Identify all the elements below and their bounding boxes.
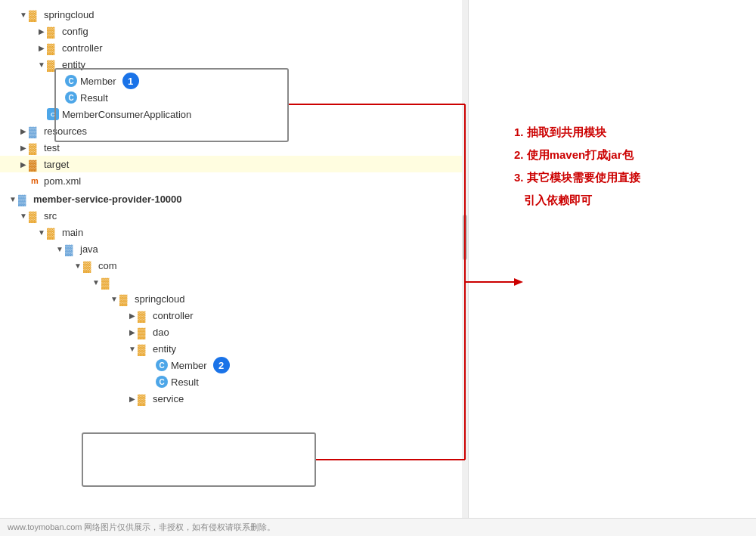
arrow: ▼ xyxy=(54,245,65,253)
tree-item-test[interactable]: ▶ test xyxy=(0,139,468,156)
tree-item-config[interactable]: ▶ config xyxy=(0,23,468,39)
label: MemberConsumerApplication xyxy=(62,109,191,120)
xml-icon: m xyxy=(29,175,41,187)
class-icon: C xyxy=(65,75,77,87)
arrow: ▼ xyxy=(36,60,47,69)
tree-item-result1[interactable]: C Result xyxy=(0,89,468,106)
folder-icon xyxy=(101,277,113,287)
tree-item-src[interactable]: ▼ src xyxy=(0,207,468,224)
arrow: ▼ xyxy=(8,195,18,203)
class-icon: C xyxy=(156,359,168,371)
tree-item-pomxml[interactable]: m pom.xml xyxy=(0,172,468,189)
folder-icon xyxy=(29,159,41,169)
arrow: ▶ xyxy=(18,144,29,152)
label: springcloud xyxy=(44,9,94,20)
tree-item-member2[interactable]: C Member 2 xyxy=(0,357,468,373)
label: java xyxy=(80,243,98,255)
right-panel: 1. 抽取到共用模块 2. 使用maven打成jar包 3. 其它模块需要使用直… xyxy=(469,0,756,536)
class-icon: C xyxy=(156,376,168,388)
arrow: ▶ xyxy=(127,328,138,336)
badge-1: 1 xyxy=(122,73,139,89)
annotation-line-2: 2. 使用maven打成jar包 xyxy=(514,144,640,166)
folder-icon xyxy=(138,393,150,404)
label: Result xyxy=(171,376,199,388)
label: Result xyxy=(80,92,108,104)
folder-icon xyxy=(29,142,41,153)
label: test xyxy=(44,142,60,153)
label: Member xyxy=(171,360,207,371)
arrow: ▶ xyxy=(127,395,138,403)
class-icon: C xyxy=(65,91,77,104)
folder-icon xyxy=(47,59,59,70)
tree-item-java[interactable]: ▼ java xyxy=(0,240,468,257)
label: service xyxy=(153,393,184,404)
arrow: ▶ xyxy=(18,160,29,169)
watermark-text: www.toymoban.com 网络图片仅供展示，非授权，如有侵权请联系删除。 xyxy=(8,522,275,533)
folder-icon xyxy=(29,125,41,136)
label: entity xyxy=(153,343,176,355)
tree-item-controller2[interactable]: ▶ controller xyxy=(0,307,468,324)
tree-item-resources[interactable]: ▶ resources xyxy=(0,122,468,139)
folder-icon xyxy=(47,42,59,53)
arrow: ▼ xyxy=(73,262,83,270)
app-icon: C xyxy=(47,108,59,120)
arrow: ▶ xyxy=(36,44,47,52)
tree-item-springcloud1[interactable]: ▼ springcloud xyxy=(0,6,468,23)
tree-item-member1[interactable]: C Member 1 xyxy=(0,73,468,89)
label: Member xyxy=(80,76,116,87)
annotation-box: 1. 抽取到共用模块 2. 使用maven打成jar包 3. 其它模块需要使用直… xyxy=(514,121,640,212)
highlight-box-2 xyxy=(82,432,316,487)
label: dao xyxy=(153,327,169,338)
label: main xyxy=(62,227,83,238)
label: member-service-provider-10000 xyxy=(33,194,182,205)
tree-item-entity1[interactable]: ▼ entity xyxy=(0,56,468,73)
label: controller xyxy=(153,310,193,321)
folder-icon xyxy=(65,243,77,254)
label: src xyxy=(44,210,57,222)
arrow: ▶ xyxy=(18,127,29,135)
folder-icon xyxy=(29,210,41,221)
arrow: ▶ xyxy=(36,27,47,36)
tree-item-blank[interactable]: ▼ xyxy=(0,274,468,290)
arrow: ▼ xyxy=(109,295,119,303)
main-container: ▼ springcloud ▶ config ▶ controller xyxy=(0,0,756,536)
folder-icon xyxy=(47,227,59,237)
scrollbar[interactable] xyxy=(462,0,468,536)
annotation-line-1: 1. 抽取到共用模块 xyxy=(514,121,640,144)
annotation-line-3: 3. 其它模块需要使用直接 xyxy=(514,166,640,189)
left-panel: ▼ springcloud ▶ config ▶ controller xyxy=(0,0,469,536)
arrow: ▼ xyxy=(127,345,138,353)
label: springcloud xyxy=(135,293,185,305)
tree-item-target[interactable]: ▶ target xyxy=(0,156,468,172)
arrow: ▼ xyxy=(36,228,47,237)
tree-item-member-consumer-app[interactable]: C MemberConsumerApplication xyxy=(0,106,468,122)
tree-item-service[interactable]: ▶ service xyxy=(0,390,468,407)
tree-item-member-service-provider[interactable]: ▼ ▓ member-service-provider-10000 xyxy=(0,191,468,207)
label: entity xyxy=(62,59,85,70)
label: target xyxy=(44,159,69,170)
tree-item-dao[interactable]: ▶ dao xyxy=(0,324,468,340)
badge-2: 2 xyxy=(213,357,230,373)
label: com xyxy=(98,260,117,271)
arrow: ▼ xyxy=(18,212,29,220)
arrow: ▶ xyxy=(127,311,138,320)
module-icon: ▓ xyxy=(18,194,30,204)
folder-icon xyxy=(119,293,132,304)
folder-icon xyxy=(138,343,150,354)
label: resources xyxy=(44,125,87,137)
tree-item-result2[interactable]: C Result xyxy=(0,373,468,390)
tree-item-main[interactable]: ▼ main xyxy=(0,224,468,240)
arrow: ▼ xyxy=(18,11,29,19)
tree-item-springcloud2[interactable]: ▼ springcloud xyxy=(0,290,468,307)
annotation-line-4: 引入依赖即可 xyxy=(514,189,640,212)
folder-icon xyxy=(138,310,150,321)
tree-item-entity2[interactable]: ▼ entity xyxy=(0,340,468,357)
tree-item-com[interactable]: ▼ com xyxy=(0,257,468,274)
arrow: ▼ xyxy=(91,278,101,287)
watermark: www.toymoban.com 网络图片仅供展示，非授权，如有侵权请联系删除。 xyxy=(0,518,756,536)
folder-icon xyxy=(29,9,41,20)
tree-item-controller1[interactable]: ▶ controller xyxy=(0,39,468,56)
folder-icon xyxy=(47,26,59,36)
scrollbar-thumb[interactable] xyxy=(463,215,467,260)
tree-area: ▼ springcloud ▶ config ▶ controller xyxy=(0,0,468,413)
